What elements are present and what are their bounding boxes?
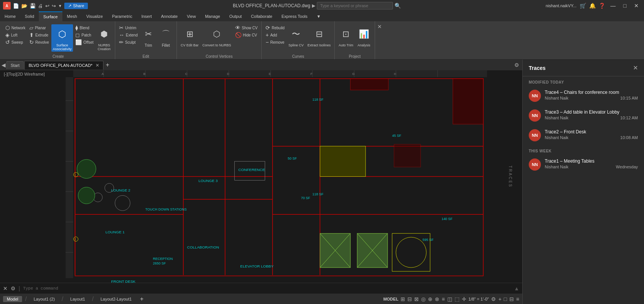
- extract-isolines-button[interactable]: ⊟ Extract Isolines: [306, 24, 332, 48]
- patch-button[interactable]: ◻ Patch: [74, 32, 95, 38]
- new-icon[interactable]: 📄: [13, 3, 19, 9]
- back-arrow[interactable]: ◀: [2, 62, 6, 68]
- tab-output[interactable]: Output: [225, 11, 246, 21]
- traces-close-button[interactable]: ✕: [633, 64, 638, 71]
- command-expand-icon[interactable]: ▲: [514, 285, 519, 291]
- offset-button[interactable]: ⬜ Offset: [74, 39, 95, 46]
- layout1-tab[interactable]: Layout1: [67, 296, 89, 302]
- menu-icon[interactable]: ≡: [516, 296, 519, 302]
- trace-item-1[interactable]: NN Trace1 – Meeting Tables Nishant Naik …: [523, 155, 644, 174]
- model-tab[interactable]: Model: [3, 296, 22, 302]
- viewport-icon[interactable]: □: [504, 296, 507, 302]
- tab-settings-icon[interactable]: ⚙: [513, 60, 521, 70]
- osnap-icon[interactable]: ⊕: [428, 296, 433, 302]
- save-icon[interactable]: 💾: [30, 3, 36, 9]
- tab-surface[interactable]: Surface: [39, 11, 62, 21]
- help-icon[interactable]: ❓: [599, 3, 605, 9]
- open-icon[interactable]: 📂: [21, 3, 27, 9]
- analysis-button[interactable]: 📊 Analysis: [356, 24, 372, 48]
- grid-icon[interactable]: ⊞: [401, 296, 405, 302]
- redo-icon[interactable]: ↪: [52, 3, 56, 9]
- gizmo-icon[interactable]: ✛: [462, 296, 466, 302]
- undo-icon[interactable]: ↩: [45, 3, 49, 9]
- ribbon-collapse-button[interactable]: ✕: [377, 23, 383, 30]
- layout2-tab[interactable]: Layout2-Layout1: [97, 296, 135, 302]
- planar-button[interactable]: ▱ Planar: [28, 24, 51, 31]
- command-close-icon[interactable]: ✕: [3, 285, 8, 291]
- tab-annotate[interactable]: Annotate: [156, 11, 182, 21]
- tab-parametric[interactable]: Parametric: [107, 11, 137, 21]
- add-layout-icon[interactable]: +: [140, 296, 143, 302]
- tab-solid[interactable]: Solid: [20, 11, 38, 21]
- add-button[interactable]: + Add: [264, 32, 286, 38]
- cart-icon[interactable]: 🛒: [580, 3, 586, 9]
- tab-view[interactable]: View: [182, 11, 200, 21]
- tab-mesh[interactable]: Mesh: [62, 11, 82, 21]
- extend-button[interactable]: ↔ Extend: [118, 32, 139, 38]
- close-button[interactable]: ✕: [632, 0, 641, 11]
- dropdown-arrow[interactable]: ▼: [58, 4, 62, 8]
- tab-manage[interactable]: Manage: [200, 11, 225, 21]
- tab-visualize[interactable]: Visualize: [82, 11, 108, 21]
- untrim-button[interactable]: ✂ Untrim: [118, 24, 139, 31]
- layout-icon[interactable]: +: [498, 296, 501, 302]
- lineweight-icon[interactable]: ≡: [442, 296, 445, 302]
- layout1-2-tab[interactable]: Layout1 (2): [30, 296, 59, 302]
- tab-collaborate[interactable]: Collaborate: [246, 11, 277, 21]
- svg-text:118 SF: 118 SF: [312, 98, 323, 101]
- transparency-icon[interactable]: ◫: [447, 296, 452, 302]
- loft-button[interactable]: ◈ Loft: [4, 32, 27, 38]
- share-button[interactable]: ↗ Share: [64, 3, 88, 9]
- polar-icon[interactable]: ◎: [421, 296, 426, 302]
- surface-associativity-button[interactable]: ⬡ SurfaceAssociativity: [51, 24, 73, 52]
- trace-item-3[interactable]: NN Trace3 – Add table in Elevator Lobby …: [523, 106, 644, 125]
- tab-close-icon[interactable]: ✕: [95, 63, 99, 68]
- svg-text:G: G: [352, 72, 355, 76]
- convert-nurbs-button[interactable]: ⬡ Convert to NURBS: [201, 24, 233, 48]
- project-group-label: Project: [349, 54, 361, 59]
- selection-icon[interactable]: ⬚: [455, 296, 460, 302]
- minimize-button[interactable]: —: [608, 0, 618, 11]
- sweep-button[interactable]: ↺ Sweep: [4, 39, 27, 46]
- fillet-button[interactable]: ⌒ Fillet: [157, 24, 174, 48]
- network-button[interactable]: ⬡ Network: [4, 24, 27, 31]
- trace-item-4[interactable]: NN Trace4 – Chairs for conference room N…: [523, 86, 644, 106]
- search-input[interactable]: [317, 2, 393, 10]
- print-icon[interactable]: 🖨: [38, 3, 43, 9]
- remove-button[interactable]: − Remove: [264, 39, 286, 46]
- search-icon[interactable]: 🔍: [394, 3, 401, 9]
- bell-icon[interactable]: 🔔: [589, 3, 596, 9]
- cv-edit-bar-button[interactable]: ⊞ CV Edit Bar: [179, 24, 200, 48]
- extrude-button[interactable]: ⬆ Extrude: [28, 32, 51, 38]
- rebuild-button[interactable]: ⟳ Rebuild: [264, 24, 286, 31]
- settings-icon[interactable]: ⚙: [491, 296, 496, 302]
- spline-cv-button[interactable]: 〜 Spline CV: [287, 24, 305, 48]
- snap-icon[interactable]: ⊟: [407, 296, 412, 302]
- tab-start[interactable]: Start: [6, 61, 24, 69]
- tab-add-button[interactable]: +: [104, 62, 111, 68]
- revolve-button[interactable]: ↻ Revolve: [28, 39, 51, 46]
- otrack-icon[interactable]: ⊗: [435, 296, 439, 302]
- auto-trim-button[interactable]: ⊡ Auto Trim: [337, 24, 355, 48]
- tab-insert[interactable]: Insert: [137, 11, 157, 21]
- ortho-icon[interactable]: ⊠: [414, 296, 419, 302]
- trace-item-2[interactable]: NN Trace2 – Front Desk Nishant Naik 10:0…: [523, 125, 644, 145]
- maximize-button[interactable]: □: [621, 0, 629, 11]
- trim-button[interactable]: ✂ Trim: [140, 24, 157, 48]
- command-input[interactable]: [23, 286, 511, 291]
- command-settings-icon[interactable]: ⚙: [11, 285, 16, 291]
- blend-button[interactable]: ⧫ Blend: [74, 24, 95, 31]
- show-cv-button[interactable]: 👁 Show CV: [234, 24, 259, 31]
- sculpt-button[interactable]: ✏ Sculpt: [118, 39, 139, 46]
- nurbs-creation-button[interactable]: ⬢ NURBSCreation: [96, 24, 113, 52]
- hide-cv-button[interactable]: 🚫 Hide CV: [234, 32, 259, 38]
- tab-express-tools[interactable]: Express Tools: [277, 11, 312, 21]
- annotate-icon[interactable]: ⊟: [509, 296, 514, 302]
- drawing-canvas[interactable]: [-][Top][2D Wireframe]: [0, 70, 522, 283]
- tab-drawing[interactable]: BLVD OFFICE_PLAN-AUTOCAD* ✕: [24, 61, 103, 70]
- traces-vertical-tab[interactable]: TRACES: [508, 165, 512, 188]
- tab-home[interactable]: Home: [0, 11, 20, 21]
- tab-more[interactable]: ▼: [312, 11, 325, 21]
- command-bar: ✕ ⚙ | ▲: [0, 283, 522, 293]
- expand-icon[interactable]: ▶: [312, 3, 315, 8]
